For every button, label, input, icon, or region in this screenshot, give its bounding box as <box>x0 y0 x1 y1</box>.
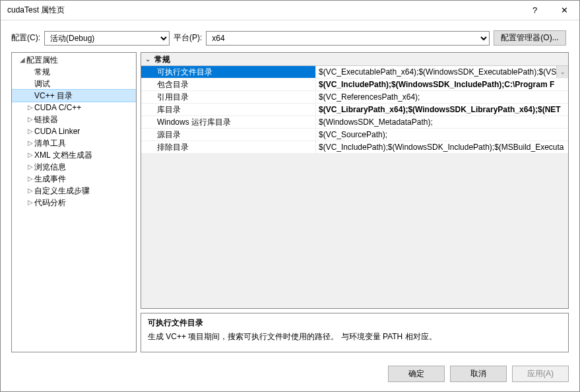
tree-item[interactable]: VC++ 目录 <box>12 90 136 102</box>
apply-button: 应用(A) <box>512 366 569 382</box>
tree-item[interactable]: ▷浏览信息 <box>12 161 136 173</box>
property-value[interactable]: $(VC_LibraryPath_x64);$(WindowsSDK_Libra… <box>316 104 568 115</box>
tree-item-label: 链接器 <box>34 114 58 125</box>
tree-item[interactable]: ▷自定义生成步骤 <box>12 185 136 197</box>
property-row[interactable]: Windows 运行库目录$(WindowsSDK_MetadataPath); <box>141 116 568 129</box>
tree-item-label: 自定义生成步骤 <box>34 185 90 197</box>
tree-item-label: 浏览信息 <box>34 161 66 173</box>
expand-icon: ▷ <box>26 149 34 161</box>
description-text: 生成 VC++ 项目期间，搜索可执行文件时使用的路径。 与环境变量 PATH 相… <box>148 331 562 343</box>
title-bar: cudaTest 属性页 ? ✕ <box>1 1 579 20</box>
property-label: Windows 运行库目录 <box>141 116 316 128</box>
tree-item-label: XML 文档生成器 <box>34 149 92 161</box>
property-row[interactable]: 引用目录$(VC_ReferencesPath_x64); <box>141 91 568 104</box>
tree-root[interactable]: ◢ 配置属性 <box>12 54 136 66</box>
tree-root-label: 配置属性 <box>26 54 58 66</box>
tree-item-label: VC++ 目录 <box>34 90 73 102</box>
property-value[interactable]: $(VC_IncludePath);$(WindowsSDK_IncludePa… <box>316 141 568 153</box>
property-label: 包含目录 <box>141 79 316 90</box>
expand-icon: ▷ <box>26 197 34 209</box>
property-label: 源目录 <box>141 129 316 141</box>
config-select[interactable]: 活动(Debug) <box>44 31 170 46</box>
expand-icon: ▷ <box>26 125 34 137</box>
expand-icon: ▷ <box>26 161 34 173</box>
nav-tree[interactable]: ◢ 配置属性 常规调试VC++ 目录▷CUDA C/C++▷链接器▷CUDA L… <box>11 52 137 352</box>
window-title: cudaTest 属性页 <box>7 5 520 16</box>
tree-item-label: CUDA C/C++ <box>34 102 81 114</box>
tree-item-label: 清单工具 <box>34 137 66 149</box>
property-row[interactable]: 可执行文件目录$(VC_ExecutablePath_x64);$(Window… <box>141 66 568 79</box>
tree-item[interactable]: ▷代码分析 <box>12 197 136 209</box>
property-row[interactable]: 排除目录$(VC_IncludePath);$(WindowsSDK_Inclu… <box>141 141 568 154</box>
property-value[interactable]: $(WindowsSDK_MetadataPath); <box>316 116 568 128</box>
dialog-footer: 确定 取消 应用(A) <box>1 359 579 391</box>
property-value[interactable]: $(VC_ReferencesPath_x64); <box>316 91 568 103</box>
property-grid: ⌄ 常规 可执行文件目录$(VC_ExecutablePath_x64);$(W… <box>141 52 569 309</box>
help-button[interactable]: ? <box>520 1 550 20</box>
property-label: 排除目录 <box>141 141 316 153</box>
cancel-button[interactable]: 取消 <box>450 366 507 382</box>
description-panel: 可执行文件目录 生成 VC++ 项目期间，搜索可执行文件时使用的路径。 与环境变… <box>141 313 569 352</box>
tree-item[interactable]: ▷链接器 <box>12 114 136 125</box>
expand-icon: ▷ <box>26 114 34 125</box>
expand-icon: ▷ <box>26 137 34 149</box>
tree-item[interactable]: 常规 <box>12 66 136 78</box>
tree-item[interactable]: ▷清单工具 <box>12 137 136 149</box>
property-row[interactable]: 包含目录$(VC_IncludePath);$(WindowsSDK_Inclu… <box>141 79 568 91</box>
tree-item-label: 生成事件 <box>34 173 66 185</box>
platform-label: 平台(P): <box>174 32 202 44</box>
collapse-icon: ⌄ <box>145 53 154 66</box>
property-value[interactable]: $(VC_IncludePath);$(WindowsSDK_IncludePa… <box>316 79 568 90</box>
property-label: 可执行文件目录 <box>141 66 316 78</box>
property-value[interactable]: $(VC_SourcePath); <box>316 129 568 141</box>
tree-item[interactable]: ▷CUDA Linker <box>12 125 136 137</box>
property-label: 库目录 <box>141 104 316 115</box>
ok-button[interactable]: 确定 <box>388 366 445 382</box>
tree-item[interactable]: 调试 <box>12 78 136 90</box>
description-title: 可执行文件目录 <box>148 317 562 329</box>
platform-select[interactable]: x64 <box>206 31 490 46</box>
tree-item-label: 常规 <box>34 66 50 78</box>
expand-icon: ▷ <box>26 102 34 114</box>
expand-icon: ▷ <box>26 185 34 197</box>
expand-icon: ▷ <box>26 173 34 185</box>
grid-section-header[interactable]: ⌄ 常规 <box>141 53 568 66</box>
chevron-down-icon[interactable]: ⌄ <box>556 66 568 78</box>
config-manager-button[interactable]: 配置管理器(O)... <box>494 30 565 46</box>
tree-item[interactable]: ▷生成事件 <box>12 173 136 185</box>
tree-item[interactable]: ▷CUDA C/C++ <box>12 102 136 114</box>
property-label: 引用目录 <box>141 91 316 103</box>
close-button[interactable]: ✕ <box>550 1 579 20</box>
property-value[interactable]: $(VC_ExecutablePath_x64);$(WindowsSDK_Ex… <box>316 66 568 78</box>
toolbar: 配置(C): 活动(Debug) 平台(P): x64 配置管理器(O)... <box>1 20 579 52</box>
tree-item[interactable]: ▷XML 文档生成器 <box>12 149 136 161</box>
tree-item-label: 代码分析 <box>34 197 66 209</box>
config-label: 配置(C): <box>11 32 40 44</box>
tree-item-label: CUDA Linker <box>34 125 80 137</box>
section-title: 常规 <box>154 53 170 66</box>
property-row[interactable]: 库目录$(VC_LibraryPath_x64);$(WindowsSDK_Li… <box>141 104 568 116</box>
collapse-icon: ◢ <box>18 54 26 66</box>
tree-item-label: 调试 <box>34 78 50 90</box>
property-row[interactable]: 源目录$(VC_SourcePath); <box>141 129 568 141</box>
